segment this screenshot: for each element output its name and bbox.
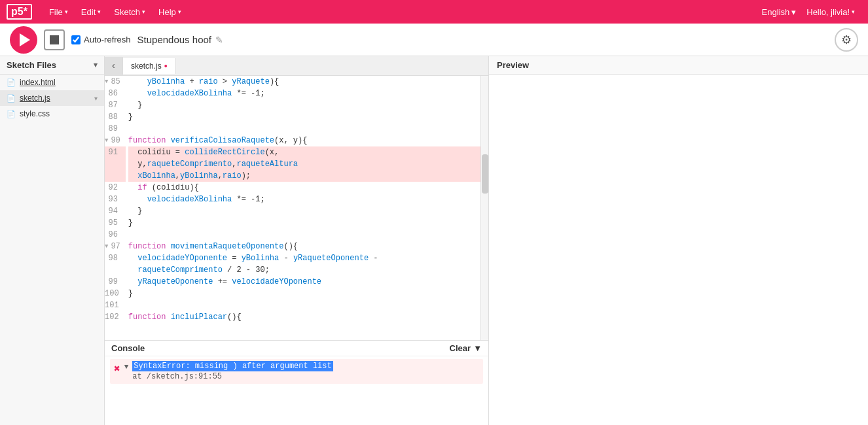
code-line-88: }	[128, 111, 480, 123]
sidebar-chevron-icon[interactable]: ▾	[94, 61, 98, 69]
console-panel: Console Clear ▼ ✖ ▼ SyntaxError: missing…	[105, 340, 488, 425]
code-line-87: }	[128, 99, 480, 111]
lang-chevron-icon: ▾	[791, 7, 796, 17]
file-icon: 📄	[7, 78, 16, 87]
code-line-97: function movimentaRaqueteOponente(){	[128, 241, 480, 252]
sidebar-header: Sketch Files ▾	[0, 56, 104, 75]
help-menu-arrow: ▾	[178, 8, 181, 15]
code-line-86: velocidadeXBolinha *= -1;	[128, 88, 480, 99]
help-menu[interactable]: Help ▾	[152, 5, 188, 20]
fold-icon[interactable]: ▼	[105, 135, 108, 146]
settings-icon: ⚙	[841, 33, 852, 47]
stop-icon	[50, 35, 59, 44]
vertical-scrollbar[interactable]	[480, 76, 488, 340]
toolbar: Auto-refresh Stupendous hoof ✎ ⚙	[0, 24, 868, 56]
console-content: ✖ ▼ SyntaxError: missing ) after argumen…	[105, 356, 488, 425]
console-clear-button[interactable]: Clear ▼	[450, 343, 482, 353]
code-line-101	[128, 299, 480, 311]
edit-menu-arrow: ▾	[98, 8, 101, 15]
p5-logo: p5*	[7, 4, 32, 20]
top-menu-bar: p5* File ▾ Edit ▾ Sketch ▾ Help ▾ Englis…	[0, 0, 868, 24]
tab-sketch-js[interactable]: sketch.js •	[123, 58, 176, 74]
preview-content	[489, 75, 868, 425]
settings-button[interactable]: ⚙	[835, 28, 858, 52]
code-line-93: velocidadeXBolinha *= -1;	[128, 194, 480, 205]
editor-tabs: ‹ sketch.js •	[105, 56, 488, 76]
error-message: SyntaxError: missing ) after argument li…	[132, 362, 333, 371]
code-line-100: }	[128, 288, 480, 299]
console-header: Console Clear ▼	[105, 341, 488, 356]
language-selector[interactable]: English ▾	[762, 7, 797, 17]
code-line-85: yBolinha + raio > yRaquete){	[128, 76, 480, 88]
sidebar: Sketch Files ▾ 📄 index.html 📄 sketch.js …	[0, 56, 105, 425]
play-icon	[20, 33, 30, 46]
sketch-title: Stupendous hoof ✎	[137, 34, 223, 45]
auto-refresh-label: Auto-refresh	[71, 35, 131, 44]
code-line-98: velocidadeYOponente = yBolinha - yRaquet…	[128, 252, 480, 276]
code-line-95: }	[128, 217, 480, 229]
code-line-99: yRaqueteOponente += velocidadeYOponente	[128, 276, 480, 288]
sketch-menu[interactable]: Sketch ▾	[107, 5, 152, 20]
file-options-icon[interactable]: ▾	[94, 95, 98, 102]
editor-area: ‹ sketch.js • ▼85 86 87 88 89 ▼90 91 92 …	[105, 56, 488, 425]
console-error: ✖ ▼ SyntaxError: missing ) after argumen…	[110, 359, 483, 384]
code-line-94: }	[128, 205, 480, 217]
main-area: Sketch Files ▾ 📄 index.html 📄 sketch.js …	[0, 56, 868, 425]
stop-button[interactable]	[44, 29, 65, 50]
code-line-96	[128, 229, 480, 241]
file-icon: 📄	[7, 110, 16, 118]
code-line-102: function incluiPlacar(){	[128, 311, 480, 323]
auto-refresh-checkbox[interactable]	[71, 35, 81, 44]
error-icon: ✖	[114, 362, 120, 375]
error-toggle-icon[interactable]: ▼	[124, 363, 129, 371]
code-line-92: if (colidiu){	[128, 182, 480, 194]
code-content[interactable]: yBolinha + raio > yRaquete){ velocidadeX…	[126, 76, 480, 340]
back-button[interactable]: ‹	[105, 57, 123, 75]
play-button[interactable]	[10, 26, 37, 54]
sidebar-item-sketch-js[interactable]: 📄 sketch.js ▾	[0, 90, 104, 106]
code-line-90: function verificaColisaoRaquete(x, y){	[128, 135, 480, 146]
pencil-icon[interactable]: ✎	[215, 35, 223, 45]
line-numbers: ▼85 86 87 88 89 ▼90 91 92 93 94 95 96 ▼9…	[105, 76, 126, 340]
sidebar-item-index-html[interactable]: 📄 index.html	[0, 75, 104, 90]
preview-header: Preview	[489, 56, 868, 75]
code-line-91: colidiu = collideRectCircle(x, y,raquete…	[128, 146, 480, 182]
file-menu-arrow: ▾	[65, 8, 68, 15]
preview-panel: Preview	[488, 56, 868, 425]
edit-menu[interactable]: Edit ▾	[75, 5, 107, 20]
file-menu[interactable]: File ▾	[43, 5, 75, 20]
tab-modified-indicator: •	[164, 61, 168, 71]
code-line-89	[128, 123, 480, 135]
file-icon: 📄	[7, 94, 16, 103]
fold-icon[interactable]: ▼	[105, 76, 108, 88]
user-menu-arrow: ▾	[852, 8, 855, 15]
console-chevron-icon: ▼	[473, 343, 482, 353]
error-location: at /sketch.js:91:55	[132, 372, 333, 381]
code-editor[interactable]: ▼85 86 87 88 89 ▼90 91 92 93 94 95 96 ▼9…	[105, 76, 488, 340]
sidebar-item-style-css[interactable]: 📄 style.css	[0, 106, 104, 122]
fold-icon[interactable]: ▼	[105, 241, 108, 252]
sketch-menu-arrow: ▾	[142, 8, 145, 15]
scroll-thumb[interactable]	[482, 154, 488, 194]
user-menu[interactable]: Hello, jlivia! ▾	[800, 5, 861, 20]
